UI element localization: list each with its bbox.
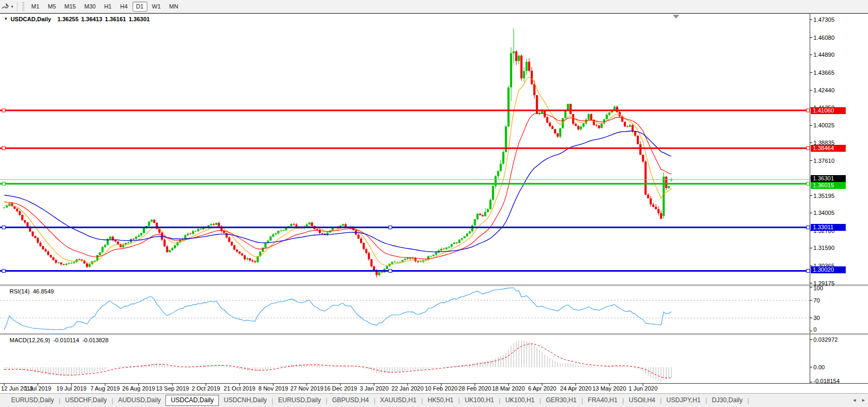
time-axis-label: 21 Oct 2019	[224, 385, 256, 392]
time-axis-label: 13 May 2020	[592, 385, 626, 392]
macd-signal-value: -0.013828	[82, 337, 109, 343]
hline-handle[interactable]	[806, 146, 810, 150]
price-axis-tick: 1.34005	[813, 210, 835, 216]
symbol-tab-uk100-10[interactable]: UK100,H1	[501, 395, 539, 406]
symbol-tabs-bar: EURUSD,Daily|USDCHF,Daily|AUDUSD,DailyUS…	[0, 393, 868, 407]
toolbar-drag-handle[interactable]	[22, 2, 24, 11]
rsi-indicator-label: RSI(14) 46.8549	[10, 288, 54, 295]
hline-handle[interactable]	[389, 226, 392, 229]
symbol-tab-dj30-15[interactable]: DJ30,Daily	[707, 395, 747, 406]
hline-handle[interactable]	[806, 269, 810, 272]
time-axis-label: 28 Feb 2020	[459, 385, 492, 392]
tabs-scroll-right-icon[interactable]: ▸	[862, 397, 865, 403]
symbol-tab-uk100-9[interactable]: UK100,H1	[460, 395, 498, 406]
mt4-chart-window: ▾ M1M5M15M30H1H4D1W1MN ▼ USDCAD,Daily 1.…	[0, 0, 868, 407]
cursor-tool-dropdown-icon[interactable]: ▾	[11, 4, 13, 9]
timeframe-button-w1[interactable]: W1	[148, 2, 165, 12]
timeframe-button-m1[interactable]: M1	[28, 2, 43, 12]
time-axis-label: 8 Nov 2019	[258, 385, 288, 392]
timeframe-button-d1[interactable]: D1	[133, 2, 147, 12]
macd-name: MACD(12,26,9)	[10, 337, 50, 343]
time-axis-label: 7 Aug 2019	[90, 385, 120, 392]
rsi-line-layer	[4, 288, 671, 330]
hline-handle[interactable]	[806, 109, 810, 112]
symbol-tab-audusd-2[interactable]: AUDUSD,Daily	[113, 395, 166, 406]
macd-axis-tick: 0.032972	[813, 336, 838, 343]
chart-symbol-label: USDCAD,Daily	[11, 16, 51, 22]
hline-handle[interactable]	[2, 269, 5, 272]
candles-layer	[3, 29, 672, 278]
price-axis-tick: 1.44890	[813, 51, 835, 58]
timeframe-button-h1[interactable]: H1	[100, 2, 115, 12]
hline-price-marker: 1.36015	[811, 182, 846, 189]
symbol-tab-eurusd-0[interactable]: EURUSD,Daily	[6, 395, 59, 406]
macd-axis-tick: -0.018154	[813, 378, 840, 384]
ohlc-close: 1.36301	[129, 16, 150, 22]
chart-menu-icon[interactable]: ▼	[4, 16, 8, 22]
hline-price-marker: 1.33011	[811, 224, 846, 231]
tabs-scroll-left-icon[interactable]: ◂	[853, 397, 856, 403]
chart-title: ▼ USDCAD,Daily 1.36255 1.36413 1.36161 1…	[4, 16, 150, 22]
time-axis-label: 3 Jan 2020	[360, 385, 388, 392]
cursor-tool-button[interactable]: ▾	[0, 2, 15, 11]
hline-price-marker: 1.30020	[811, 266, 846, 273]
time-axis-label: 6 Apr 2020	[528, 385, 556, 392]
chart-shift-marker[interactable]	[673, 15, 679, 19]
price-axis-tick: 1.35195	[813, 193, 835, 199]
symbol-tab-usoil-13[interactable]: USOil,H4	[624, 395, 660, 406]
symbol-tab-usdcnh-4[interactable]: USDCNH,Daily	[219, 395, 271, 406]
hline-handle[interactable]	[806, 182, 810, 185]
timeframe-button-h4[interactable]: H4	[116, 2, 131, 12]
moving-average-medium	[4, 114, 671, 259]
macd-indicator-label: MACD(12,26,9) -0.010114 -0.013828	[10, 337, 109, 343]
hline-handle[interactable]	[2, 146, 5, 150]
symbol-tab-xauusd-7[interactable]: XAUUSD,H1	[375, 395, 422, 406]
time-axis-label: 24 Apr 2020	[560, 385, 591, 392]
rsi-axis-tick: 0	[813, 326, 817, 333]
rsi-axis-tick: 70	[813, 297, 820, 304]
macd-axis-tick: 0.00	[813, 364, 825, 370]
hline-handle[interactable]	[2, 109, 5, 112]
rsi-current-value: 46.8549	[33, 288, 54, 295]
symbol-tab-fra40-12[interactable]: FRA40,H1	[583, 395, 622, 406]
symbol-tab-eurusd-5[interactable]: EURUSD,Daily	[273, 395, 326, 406]
price-axis-tick: 1.31590	[813, 245, 835, 251]
hline-price-marker: 1.41060	[811, 107, 846, 114]
symbol-tab-usdcad-3[interactable]: USDCAD,Daily	[165, 395, 219, 406]
symbol-tab-ger30-11[interactable]: GER30,H1	[541, 395, 581, 406]
time-axis-label: 26 Aug 2019	[122, 385, 155, 392]
cursor-tool-icon	[2, 2, 10, 11]
hline-handle[interactable]	[389, 269, 392, 272]
symbol-tab-hk50-8[interactable]: HK50,H1	[423, 395, 459, 406]
timeframe-button-m30[interactable]: M30	[81, 2, 99, 12]
ohlc-high: 1.36413	[81, 16, 102, 22]
current-price-marker: 1.36301	[811, 175, 846, 182]
price-axis-tick: 1.43665	[813, 70, 835, 76]
ohlc-open: 1.36255	[57, 16, 78, 22]
time-axis-label: 27 Nov 2019	[291, 385, 323, 392]
time-axis-label: 18 Mar 2020	[492, 385, 525, 392]
hline-handle[interactable]	[806, 226, 810, 229]
rsi-name: RSI(14)	[10, 288, 30, 295]
timeframe-button-m15[interactable]: M15	[61, 2, 80, 12]
timeframe-button-mn[interactable]: MN	[165, 2, 182, 12]
toolbar-separator	[17, 2, 17, 11]
chart-canvas[interactable]	[0, 0, 868, 407]
timeframe-toolbar: ▾ M1M5M15M30H1H4D1W1MN	[0, 0, 868, 13]
symbol-tab-usdchf-1[interactable]: USDCHF,Daily	[60, 395, 112, 406]
ohlc-low: 1.36161	[105, 16, 126, 22]
symbol-tab-usdjpy-14[interactable]: USDJPY,H1	[662, 395, 705, 406]
timeframe-button-m5[interactable]: M5	[44, 2, 59, 12]
hline-handle[interactable]	[2, 182, 5, 185]
moving-average-slow	[4, 131, 671, 252]
rsi-axis-tick: 30	[813, 315, 820, 321]
price-axis-tick: 1.40025	[813, 122, 835, 128]
macd-layer	[4, 340, 671, 382]
price-axis-tick: 1.37610	[813, 158, 835, 164]
time-axis-label: 1 Jul 2019	[24, 385, 51, 392]
symbol-tab-gbpusd-6[interactable]: GBPUSD,H4	[327, 395, 373, 406]
rsi-axis-tick: 100	[813, 285, 823, 291]
hline-handle[interactable]	[2, 226, 5, 229]
time-axis-label: 2 Oct 2019	[191, 385, 220, 392]
time-axis-label: 22 Jan 2020	[391, 385, 424, 392]
